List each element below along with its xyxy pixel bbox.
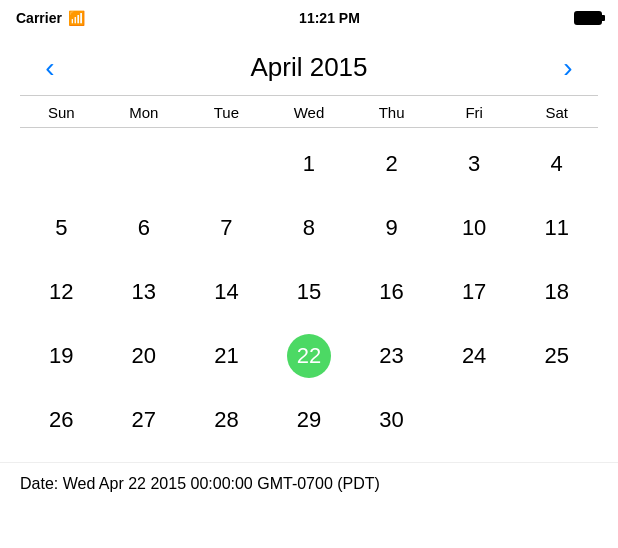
battery-icon	[574, 11, 602, 25]
day-empty	[185, 132, 268, 196]
header-fri: Fri	[433, 104, 516, 121]
day-25[interactable]: 25	[515, 324, 598, 388]
day-empty	[20, 132, 103, 196]
day-26[interactable]: 26	[20, 388, 103, 452]
date-label: Date: Wed Apr 22 2015 00:00:00 GMT-0700 …	[20, 475, 380, 492]
wifi-icon: 📶	[68, 10, 85, 26]
day-16[interactable]: 16	[350, 260, 433, 324]
header-mon: Mon	[103, 104, 186, 121]
next-month-button[interactable]: ›	[548, 54, 588, 82]
calendar: ‹ April 2015 › Sun Mon Tue Wed Thu Fri S…	[0, 36, 618, 452]
status-left: Carrier 📶	[16, 10, 85, 26]
prev-month-button[interactable]: ‹	[30, 54, 70, 82]
day-14[interactable]: 14	[185, 260, 268, 324]
day-15[interactable]: 15	[268, 260, 351, 324]
day-6[interactable]: 6	[103, 196, 186, 260]
carrier-label: Carrier	[16, 10, 62, 26]
day-13[interactable]: 13	[103, 260, 186, 324]
day-2[interactable]: 2	[350, 132, 433, 196]
day-18[interactable]: 18	[515, 260, 598, 324]
day-empty	[103, 132, 186, 196]
day-10[interactable]: 10	[433, 196, 516, 260]
header-sun: Sun	[20, 104, 103, 121]
time-display: 11:21 PM	[299, 10, 360, 26]
day-30[interactable]: 30	[350, 388, 433, 452]
day-11[interactable]: 11	[515, 196, 598, 260]
day-1[interactable]: 1	[268, 132, 351, 196]
day-23[interactable]: 23	[350, 324, 433, 388]
day-20[interactable]: 20	[103, 324, 186, 388]
day-19[interactable]: 19	[20, 324, 103, 388]
status-bar: Carrier 📶 11:21 PM	[0, 0, 618, 36]
days-divider	[20, 127, 598, 128]
day-27[interactable]: 27	[103, 388, 186, 452]
day-7[interactable]: 7	[185, 196, 268, 260]
day-8[interactable]: 8	[268, 196, 351, 260]
calendar-header: ‹ April 2015 ›	[20, 36, 598, 95]
day-empty	[433, 388, 516, 452]
day-9[interactable]: 9	[350, 196, 433, 260]
day-28[interactable]: 28	[185, 388, 268, 452]
day-4[interactable]: 4	[515, 132, 598, 196]
footer: Date: Wed Apr 22 2015 00:00:00 GMT-0700 …	[0, 462, 618, 505]
day-22[interactable]: 22	[268, 324, 351, 388]
calendar-grid: 1234567891011121314151617181920212223242…	[20, 132, 598, 452]
header-wed: Wed	[268, 104, 351, 121]
day-21[interactable]: 21	[185, 324, 268, 388]
header-sat: Sat	[515, 104, 598, 121]
day-24[interactable]: 24	[433, 324, 516, 388]
day-17[interactable]: 17	[433, 260, 516, 324]
day-12[interactable]: 12	[20, 260, 103, 324]
battery-area	[574, 11, 602, 25]
month-title: April 2015	[250, 52, 367, 83]
day-headers: Sun Mon Tue Wed Thu Fri Sat	[20, 96, 598, 127]
day-3[interactable]: 3	[433, 132, 516, 196]
header-tue: Tue	[185, 104, 268, 121]
day-29[interactable]: 29	[268, 388, 351, 452]
day-5[interactable]: 5	[20, 196, 103, 260]
header-thu: Thu	[350, 104, 433, 121]
day-empty	[515, 388, 598, 452]
